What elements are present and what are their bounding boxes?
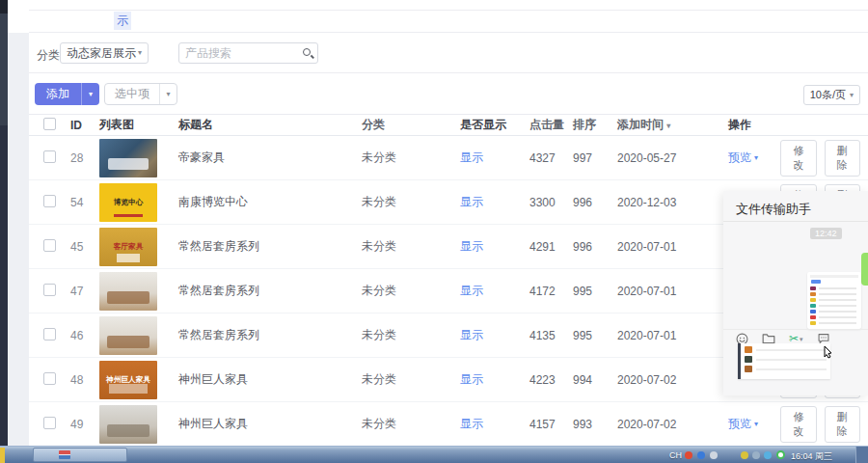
chevron-down-icon: ▾ [754, 154, 758, 162]
sent-screenshot-thumbnail[interactable] [807, 272, 861, 329]
search-icon[interactable] [303, 48, 311, 56]
delete-button[interactable]: 删除 [825, 140, 860, 177]
windows-taskbar: CH 16:04 周三 [0, 446, 868, 463]
row-date: 2020-07-01 [617, 329, 728, 342]
divider [29, 10, 868, 11]
tray-icon-steel[interactable] [752, 451, 760, 459]
tray-icon-yellow[interactable] [741, 451, 748, 459]
tab-active-fragment[interactable]: 示 [114, 12, 131, 30]
row-date: 2020-12-03 [617, 196, 728, 209]
row-category: 未分类 [362, 283, 460, 299]
product-thumbnail[interactable]: 客厅家具 [99, 228, 157, 266]
product-thumbnail[interactable] [99, 139, 157, 177]
row-date: 2020-07-01 [617, 285, 728, 298]
row-sort: 995 [573, 329, 617, 342]
category-select-value: 动态家居展示 [67, 45, 136, 62]
row-checkbox[interactable] [43, 372, 56, 385]
taskbar-clock[interactable]: 16:04 周三 [791, 450, 832, 463]
product-thumbnail[interactable]: 神州巨人家具 [99, 361, 157, 399]
tray-icon-gray[interactable] [710, 451, 718, 459]
product-thumbnail[interactable]: 博览中心 [99, 183, 157, 222]
tray-icon-red[interactable] [685, 451, 692, 459]
row-clicks: 4135 [529, 329, 573, 342]
add-button[interactable]: 添加 ▾ [35, 83, 99, 105]
edit-button[interactable]: 修改 [780, 406, 816, 443]
selected-dropdown-toggle[interactable]: ▾ [159, 84, 176, 104]
display-toggle-link[interactable]: 显示 [460, 372, 483, 386]
row-checkbox[interactable] [43, 239, 56, 252]
row-title: 南康博览中心 [178, 194, 362, 210]
display-toggle-link[interactable]: 显示 [460, 239, 483, 253]
preview-link[interactable]: 预览▾ [728, 416, 763, 432]
row-category: 未分类 [362, 416, 460, 432]
row-clicks: 4291 [529, 240, 573, 254]
page-size-value: 10条/页 [810, 88, 846, 102]
row-category: 未分类 [362, 150, 460, 166]
page-size-select[interactable]: 10条/页 ▾ [803, 85, 860, 105]
display-toggle-link[interactable]: 显示 [460, 150, 483, 164]
row-checkbox[interactable] [43, 195, 56, 207]
add-dropdown-toggle[interactable]: ▾ [81, 83, 99, 105]
page-gutter [8, 0, 29, 446]
row-date: 2020-07-01 [617, 240, 728, 254]
wechat-tray-icon[interactable] [776, 450, 785, 459]
row-clicks: 4157 [529, 418, 573, 431]
edit-button[interactable]: 修改 [780, 140, 816, 177]
wechat-file-transfer-window: 文件传输助手 12:42 ✂▾ [723, 191, 868, 395]
display-toggle-link[interactable]: 显示 [460, 328, 483, 341]
wechat-window-title: 文件传输助手 [736, 201, 811, 218]
row-checkbox[interactable] [43, 328, 56, 340]
tray-icon-lightblue[interactable] [764, 451, 772, 459]
header-display: 是否显示 [460, 117, 529, 133]
sort-caret-icon: ▾ [666, 122, 670, 130]
table-row: 28 帝豪家具 未分类 显示 4327 997 2020-05-27 预览▾ 修… [29, 136, 868, 180]
product-thumbnail[interactable] [99, 316, 157, 355]
show-desktop-button[interactable] [855, 447, 868, 463]
select-all-checkbox[interactable] [43, 118, 56, 130]
row-title: 帝豪家具 [178, 150, 362, 166]
row-checkbox[interactable] [43, 284, 56, 296]
screen: 示 分类： 动态家居展示 ▾ 添加 ▾ 选中项 ▾ 10条/页 ▾ ID [0, 0, 868, 463]
row-category: 未分类 [362, 327, 460, 343]
row-checkbox[interactable] [43, 150, 56, 163]
row-sort: 995 [573, 285, 617, 298]
display-toggle-link[interactable]: 显示 [460, 417, 483, 430]
message-timestamp: 12:42 [810, 228, 842, 239]
add-button-label: 添加 [35, 83, 81, 105]
thumbnail-text: 神州巨人家具 [106, 374, 150, 385]
delete-button[interactable]: 删除 [825, 406, 860, 443]
row-clicks: 4223 [529, 373, 573, 387]
display-toggle-link[interactable]: 显示 [460, 195, 483, 208]
row-title: 神州巨人家具 [178, 416, 362, 432]
header-addtime-sort[interactable]: 添加时间 ▾ [617, 117, 728, 133]
product-thumbnail[interactable] [99, 405, 157, 444]
product-search [178, 42, 318, 64]
search-input[interactable] [185, 44, 296, 62]
preview-link[interactable]: 预览▾ [728, 150, 763, 166]
product-thumbnail[interactable] [99, 272, 157, 311]
row-category: 未分类 [362, 371, 460, 388]
header-listimage: 列表图 [99, 117, 178, 133]
language-indicator[interactable]: CH [669, 450, 682, 460]
header-sort: 排序 [573, 117, 617, 133]
row-clicks: 4172 [529, 285, 573, 298]
row-sort: 997 [573, 151, 617, 165]
row-checkbox[interactable] [43, 417, 56, 429]
header-title: 标题名 [178, 117, 362, 133]
row-date: 2020-07-02 [617, 373, 728, 387]
collapsed-sidebar[interactable] [0, 0, 8, 446]
display-toggle-link[interactable]: 显示 [460, 284, 483, 297]
mouse-cursor [824, 345, 833, 362]
input-pasted-image-thumbnail[interactable] [738, 343, 830, 379]
taskbar-app-button[interactable] [33, 448, 127, 462]
row-id: 47 [70, 285, 99, 298]
chevron-down-icon: ▾ [850, 92, 854, 99]
selected-items-button[interactable]: 选中项 ▾ [104, 83, 177, 105]
thumbnail-text: 博览中心 [114, 197, 144, 207]
thumbnail-text: 客厅家具 [114, 241, 144, 252]
selected-items-label: 选中项 [105, 84, 159, 104]
chevron-down-icon: ▾ [800, 336, 803, 342]
divider [723, 329, 868, 330]
tray-icon-blue[interactable] [697, 451, 705, 459]
category-select[interactable]: 动态家居展示 ▾ [60, 42, 149, 64]
